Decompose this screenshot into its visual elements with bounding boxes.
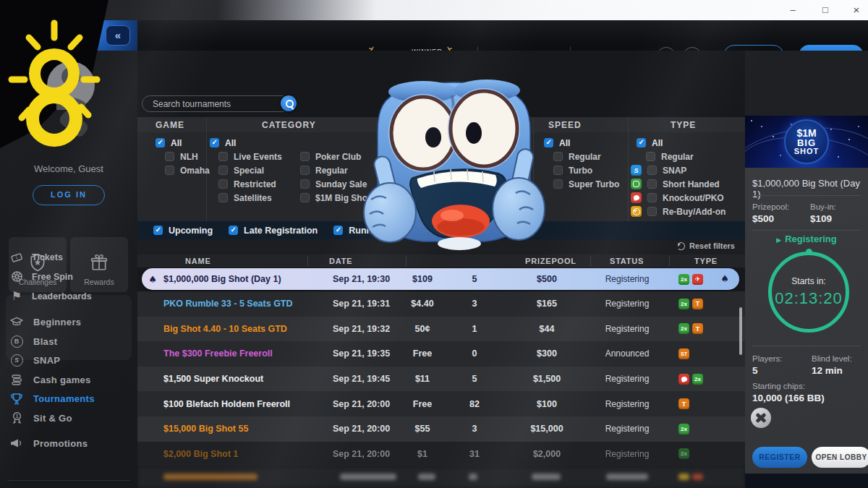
column-prizepool[interactable]: PRIZEPOOL bbox=[525, 257, 576, 265]
filter-type-item[interactable]: Knockout/PKO bbox=[631, 191, 724, 205]
tournament-status: Registering bbox=[587, 274, 667, 284]
tournament-buyin: $1 bbox=[402, 449, 443, 459]
table-row[interactable]: $100 Blefach Holdem Freeroll Sep 21, 20:… bbox=[137, 391, 745, 416]
filter-category-item[interactable]: Live Events bbox=[218, 150, 282, 163]
sidebar-item-free-spin[interactable]: Free Spin bbox=[10, 267, 132, 286]
tournament-prizepool: $44 bbox=[506, 324, 587, 334]
sidebar-item-leaderboards[interactable]: ⚑ Leaderboards bbox=[10, 286, 132, 306]
table-row[interactable]: Big Shot 4.40 - 10 Seats GTD Sep 21, 19:… bbox=[137, 317, 745, 342]
checkbox-icon bbox=[647, 207, 657, 216]
type-icons bbox=[667, 299, 745, 309]
filter-speed-item[interactable]: Regular bbox=[553, 150, 601, 163]
register-button[interactable]: REGISTER bbox=[752, 447, 807, 468]
reentry-icon bbox=[692, 374, 703, 385]
maximize-button[interactable]: □ bbox=[815, 3, 835, 17]
prizepool-value: $500 bbox=[752, 213, 774, 224]
table-row-selected[interactable]: ♠ $1,000,000 Big Shot (Day 1) Sep 21, 19… bbox=[137, 267, 745, 291]
svg-text:1: 1 bbox=[15, 414, 18, 419]
type-icons bbox=[667, 374, 745, 385]
filter-category-item[interactable]: Regular bbox=[300, 163, 348, 177]
sidebar-item-beginners[interactable]: Beginners bbox=[10, 312, 135, 331]
table-row-partial-blurred[interactable] bbox=[137, 466, 745, 488]
tournament-buyin: Free bbox=[402, 348, 443, 359]
table-row[interactable]: $15,000 Big Shot 55 Sep 21, 20:00 $55 3 … bbox=[137, 416, 745, 442]
tournament-buyin: $55 bbox=[402, 424, 443, 434]
filter-category-all[interactable]: All bbox=[210, 136, 236, 150]
checkbox-icon bbox=[300, 179, 310, 189]
thumbs-up-mascot-illustration bbox=[351, 75, 557, 252]
collapse-sidebar-button[interactable]: « bbox=[106, 25, 130, 46]
tournament-buyin: $109 bbox=[402, 274, 443, 284]
snap-icon bbox=[631, 165, 642, 176]
filter-upcoming[interactable]: Upcoming bbox=[153, 223, 213, 237]
filter-game-omaha[interactable]: Omaha bbox=[165, 163, 210, 177]
starting-chips-label: Starting chips: bbox=[752, 382, 805, 390]
open-lobby-button[interactable]: OPEN LOBBY bbox=[812, 447, 868, 468]
promotions-label: Promotions bbox=[33, 438, 88, 449]
table-row[interactable]: The $300 Freebie Freeroll Sep 21, 19:35 … bbox=[137, 341, 745, 367]
checkbox-icon bbox=[647, 193, 657, 202]
stars-decoration bbox=[751, 120, 752, 121]
sidebar-item-promotions[interactable]: Promotions bbox=[10, 434, 135, 453]
satellite-icon[interactable] bbox=[751, 408, 771, 428]
filter-speed-item[interactable]: Super Turbo bbox=[553, 177, 619, 191]
filter-type-item[interactable]: SNAP bbox=[631, 163, 686, 177]
tournament-date: Sep 21, 20:00 bbox=[307, 399, 402, 409]
tournament-date: Sep 21, 19:31 bbox=[307, 299, 402, 309]
search-button[interactable] bbox=[279, 94, 298, 113]
filter-type-item[interactable]: Regular bbox=[646, 150, 694, 163]
table-row[interactable]: $1,500 Super Knockout Sep 21, 19:45 $11 … bbox=[137, 367, 745, 392]
tournament-players: 3 bbox=[443, 299, 506, 309]
table-row[interactable]: $2,000 Big Shot 1 Sep 21, 20:00 $1 31 $2… bbox=[137, 442, 745, 467]
filter-category-item[interactable]: Special bbox=[218, 163, 264, 177]
close-button[interactable]: × bbox=[846, 3, 867, 17]
filter-category-item[interactable]: Satellites bbox=[218, 191, 272, 205]
players-value: 5 bbox=[752, 365, 758, 376]
sidebar-item-tournaments[interactable]: Tournaments bbox=[10, 389, 135, 408]
search-input[interactable] bbox=[142, 95, 298, 112]
tournament-name: Big Shot 4.40 - 10 Seats GTD bbox=[163, 324, 307, 334]
filter-late-registration[interactable]: Late Registration bbox=[229, 223, 318, 237]
tournament-buyin: $4.40 bbox=[402, 299, 443, 309]
knockout-icon bbox=[678, 374, 689, 385]
column-status[interactable]: STATUS bbox=[610, 257, 644, 265]
tournament-buyin: 50¢ bbox=[402, 324, 443, 334]
table-scrollbar[interactable] bbox=[739, 307, 742, 355]
tournament-players: 1 bbox=[443, 324, 506, 334]
filter-speed-item[interactable]: Turbo bbox=[553, 163, 592, 177]
rebuy-addon-icon bbox=[631, 206, 642, 217]
table-header: NAME DATE PRIZEPOOL STATUS TYPE bbox=[137, 254, 745, 267]
checkbox-checked-icon bbox=[210, 138, 219, 147]
column-date[interactable]: DATE bbox=[329, 257, 352, 265]
category-header: CATEGORY bbox=[262, 120, 316, 130]
sidebar-item-snap[interactable]: S SNAP bbox=[10, 351, 135, 369]
table-row[interactable]: PKO Rumble 33 - 5 Seats GTD Sep 21, 19:3… bbox=[137, 291, 745, 317]
megaphone-icon bbox=[10, 437, 23, 450]
filter-game-nlh[interactable]: NLH bbox=[165, 150, 198, 163]
column-type[interactable]: TYPE bbox=[694, 257, 718, 265]
sidebar-item-blast[interactable]: B Blast bbox=[10, 332, 135, 351]
sidebar-item-cash-games[interactable]: Cash games bbox=[10, 370, 135, 389]
sidebar-login-button[interactable]: LOG IN bbox=[33, 185, 105, 205]
type-icons bbox=[667, 348, 745, 359]
filter-category-item[interactable]: Restricted bbox=[218, 177, 276, 191]
filter-game-all[interactable]: All bbox=[156, 136, 182, 150]
filter-type-item[interactable]: Re-Buy/Add-on bbox=[631, 205, 726, 218]
minimize-button[interactable]: – bbox=[783, 3, 803, 17]
reset-filters-button[interactable]: Reset filters bbox=[677, 241, 735, 250]
tournament-status: Registering bbox=[587, 399, 667, 409]
tournament-players: 82 bbox=[443, 399, 506, 409]
flag-icon: ⚑ bbox=[10, 290, 23, 303]
sidebar-item-sit-and-go[interactable]: 1 Sit & Go bbox=[10, 408, 135, 427]
column-name[interactable]: NAME bbox=[185, 257, 211, 265]
tournament-prizepool: $165 bbox=[506, 299, 587, 309]
countdown-value: 02:13:20 bbox=[775, 289, 843, 308]
tournament-date: Sep 21, 19:35 bbox=[307, 348, 402, 359]
filter-type-all[interactable]: All bbox=[637, 136, 663, 150]
big-shot-banner[interactable]: $1M BIG SHOT bbox=[745, 116, 868, 168]
free-spin-label: Free Spin bbox=[32, 272, 73, 282]
filter-type-item[interactable]: Short Handed bbox=[631, 177, 720, 191]
plane-icon bbox=[692, 274, 703, 285]
sidebar-item-tickets[interactable]: Tickets bbox=[10, 247, 132, 267]
checkbox-icon bbox=[646, 152, 655, 161]
